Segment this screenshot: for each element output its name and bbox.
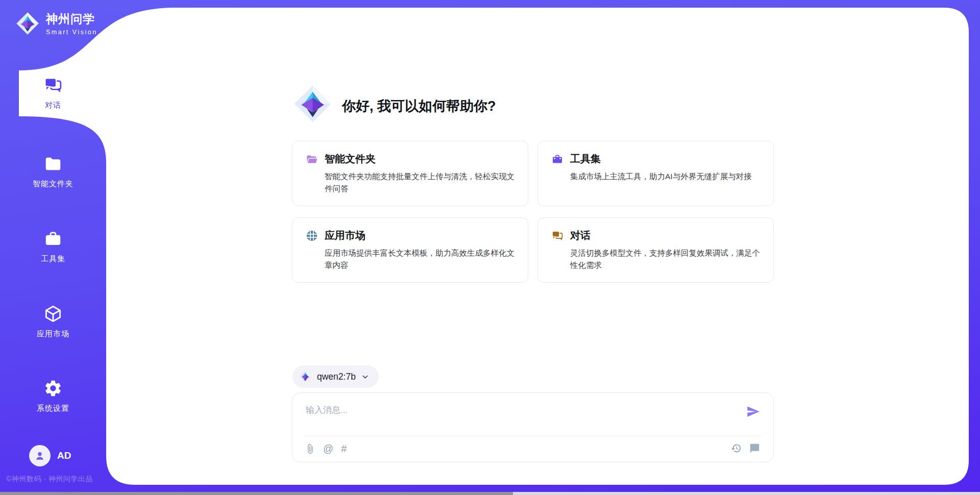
sidebar-item-toolkit[interactable]: 工具集 xyxy=(0,229,106,264)
feature-card-2[interactable]: 应用市场应用市场提供丰富长文本模板，助力高效生成多样化文章内容 xyxy=(292,217,528,283)
card-description: 集成市场上主流工具，助力AI与外界无缝扩展与对接 xyxy=(570,170,760,183)
card-title: 对话 xyxy=(570,229,591,242)
feature-card-0[interactable]: 智能文件夹智能文件夹功能支持批量文件上传与清洗，轻松实现文件问答 xyxy=(292,141,528,206)
toolbox-icon xyxy=(43,229,63,249)
card-head: 应用市场 xyxy=(306,229,514,242)
attachment-icon[interactable] xyxy=(305,443,315,454)
composer-divider xyxy=(305,436,761,436)
model-name: qwen2:7b xyxy=(317,372,356,382)
folder-open-icon xyxy=(306,153,318,165)
send-icon[interactable] xyxy=(746,405,760,418)
chat-bubble-icon[interactable] xyxy=(749,443,760,454)
sidebar-item-label: 对话 xyxy=(0,101,106,110)
horizontal-scrollbar[interactable] xyxy=(0,492,980,495)
chat-icon xyxy=(551,230,564,242)
card-title: 工具集 xyxy=(570,152,601,166)
user-row: AD xyxy=(29,445,71,466)
card-title: 应用市场 xyxy=(325,229,365,242)
folder-icon xyxy=(43,154,63,174)
model-selector[interactable]: qwen2:7b xyxy=(292,365,379,388)
composer-left-tools: @# xyxy=(305,443,347,454)
sidebar-item-label: 工具集 xyxy=(0,254,106,264)
feature-cards: 智能文件夹智能文件夹功能支持批量文件上传与清洗，轻松实现文件问答工具集集成市场上… xyxy=(292,141,774,283)
briefcase-icon xyxy=(551,153,564,165)
username: AD xyxy=(57,450,71,461)
sidebar-item-label: 智能文件夹 xyxy=(0,179,106,189)
sidebar-item-apps[interactable]: 应用市场 xyxy=(0,304,106,339)
feature-card-3[interactable]: 对话灵活切换多模型文件，支持多样回复效果调试，满足个性化需求 xyxy=(537,217,774,283)
hash-icon[interactable]: # xyxy=(341,443,347,454)
cube-icon xyxy=(43,304,63,324)
greeting-title: 你好, 我可以如何帮助你? xyxy=(342,97,496,115)
sidebar-item-chat[interactable]: 对话 xyxy=(0,76,106,110)
feature-card-1[interactable]: 工具集集成市场上主流工具，助力AI与外界无缝扩展与对接 xyxy=(537,141,774,206)
sidebar-nav: 对话智能文件夹工具集应用市场系统设置 xyxy=(0,0,106,495)
card-description: 应用市场提供丰富长文本模板，助力高效生成多样化文章内容 xyxy=(325,247,514,271)
card-head: 对话 xyxy=(551,229,760,242)
user-icon xyxy=(33,449,46,462)
scrollbar-thumb[interactable] xyxy=(0,492,513,495)
mention-icon[interactable]: @ xyxy=(323,443,333,454)
sidebar-item-folders[interactable]: 智能文件夹 xyxy=(0,154,106,189)
card-description: 智能文件夹功能支持批量文件上传与清洗，轻松实现文件问答 xyxy=(325,170,514,195)
card-description: 灵活切换多模型文件，支持多样回复效果调试，满足个性化需求 xyxy=(570,247,760,271)
message-composer: @# xyxy=(292,392,774,462)
app-window: 神州问学 Smart Vision 对话智能文件夹工具集应用市场系统设置 AD … xyxy=(0,0,980,495)
card-head: 智能文件夹 xyxy=(306,152,514,166)
sidebar-item-label: 应用市场 xyxy=(0,329,106,339)
card-head: 工具集 xyxy=(551,152,760,166)
avatar[interactable] xyxy=(29,445,51,466)
sidebar-item-settings[interactable]: 系统设置 xyxy=(0,379,106,413)
hero-diamond-logo-icon xyxy=(292,84,333,124)
gear-icon xyxy=(43,379,63,398)
sidebar-item-label: 系统设置 xyxy=(0,404,106,413)
sidebar-footer: ©神州数码 · 神州问学出品 xyxy=(6,475,93,484)
message-input[interactable] xyxy=(305,403,736,435)
chevron-down-icon xyxy=(361,373,370,381)
composer-right-tools xyxy=(731,443,760,454)
model-diamond-logo-icon xyxy=(299,370,312,383)
card-title: 智能文件夹 xyxy=(325,152,376,166)
history-icon[interactable] xyxy=(731,443,742,454)
grid-icon xyxy=(306,230,318,242)
chat-icon xyxy=(43,76,63,95)
